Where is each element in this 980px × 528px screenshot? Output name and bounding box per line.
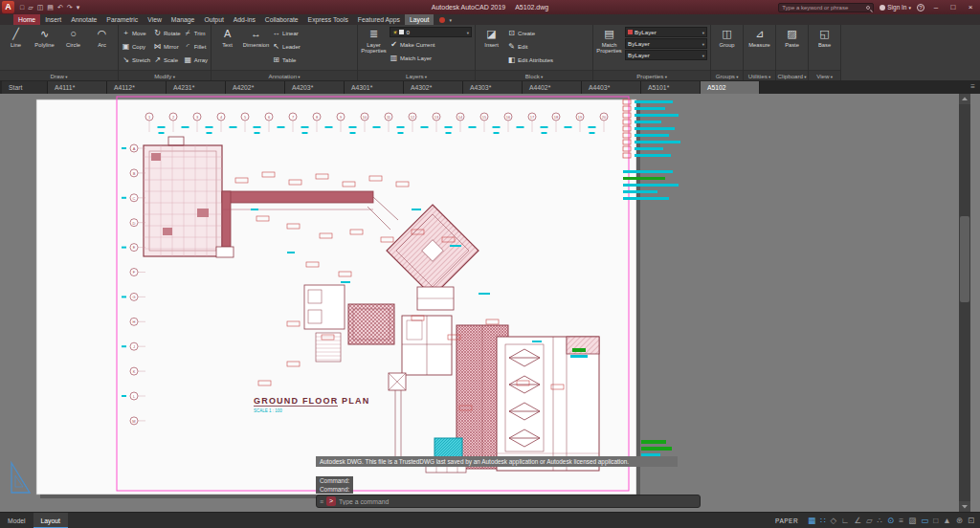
plot-icon[interactable]: ▤ [47, 4, 54, 11]
snap-icon[interactable]: ∷ [820, 516, 825, 525]
panel-label-utilities[interactable]: Utilities [744, 70, 775, 80]
arc-button[interactable]: ◠Arc [89, 27, 115, 70]
copy-button[interactable]: ▣Copy [122, 40, 150, 53]
text-button[interactable]: AText [214, 27, 240, 70]
command-customize-icon[interactable]: ≡ [320, 498, 323, 505]
file-tab-a4111-[interactable]: A4111* [48, 81, 107, 94]
ribbon-tab-collaborate[interactable]: Collaborate [260, 14, 303, 25]
help-icon[interactable]: ? [917, 4, 924, 11]
polar-tracking-icon[interactable]: ∠ [854, 516, 861, 525]
linear-button[interactable]: ↔Linear [272, 27, 354, 39]
trim-button[interactable]: ⌿Trim [184, 27, 208, 39]
match-layer-button[interactable]: ▥Match Layer [390, 52, 472, 64]
file-tab-menu-icon[interactable]: ≡ [966, 80, 980, 94]
scale-button[interactable]: ↗Scale [153, 54, 181, 66]
table-button[interactable]: ⊞Table [272, 54, 354, 66]
file-tab-a5101-[interactable]: A5101* [641, 81, 701, 94]
drawing-canvas[interactable]: 1234567891011121314151617181920 ABCDEFGH… [0, 94, 980, 512]
properties-combo[interactable]: ByLayer [625, 27, 707, 37]
line-button[interactable]: ╱Line [3, 27, 29, 70]
paper-space-indicator[interactable]: PAPER [771, 517, 802, 524]
panel-label-modify[interactable]: Modify [119, 70, 211, 80]
drawing-viewport[interactable]: 1234567891011121314151617181920 ABCDEFGH… [0, 94, 980, 512]
isodraft-icon[interactable]: ▱ [866, 516, 873, 525]
vertical-scrollbar[interactable] [959, 94, 970, 512]
dynamic-input-icon[interactable]: ▭ [921, 516, 928, 525]
rotate-button[interactable]: ↻Rotate [153, 27, 181, 39]
undo-icon[interactable]: ↶ [57, 4, 63, 11]
fillet-button[interactable]: ◜Fillet [184, 40, 208, 53]
search-icon[interactable] [866, 6, 870, 10]
ribbon-options-icon[interactable] [449, 14, 452, 25]
file-tab-a4402-[interactable]: A4402* [523, 81, 582, 94]
stretch-button[interactable]: ↘Stretch [122, 54, 150, 66]
ribbon-tab-manage[interactable]: Manage [167, 14, 200, 25]
file-tab-a4231-[interactable]: A4231* [167, 81, 226, 94]
edit-attributes-button[interactable]: ◧Edit Attributes [507, 54, 590, 66]
redo-icon[interactable]: ↷ [67, 4, 73, 11]
ribbon-tab-express-tools[interactable]: Express Tools [303, 14, 353, 25]
ribbon-tab-parametric[interactable]: Parametric [101, 14, 143, 25]
search-box[interactable]: Type a keyword or phrase [778, 3, 874, 12]
dimension-button[interactable]: ↔Dimension [243, 27, 269, 70]
command-input[interactable] [339, 498, 697, 505]
panel-label-block[interactable]: Block [476, 70, 592, 80]
ribbon-tab-annotate[interactable]: Annotate [66, 14, 101, 25]
object-snap-tracking-icon[interactable]: ∴ [878, 516, 882, 525]
insert-button[interactable]: ◪Insert [479, 27, 504, 70]
measure-button[interactable]: ⊿Measure [746, 27, 772, 70]
file-tab-a4112-[interactable]: A4112* [107, 81, 167, 94]
annotation-scale-icon[interactable]: ▲ [943, 516, 950, 525]
workspace-icon[interactable]: ⊛ [956, 516, 963, 525]
create-button[interactable]: ⊡Create [507, 27, 590, 39]
panel-label-layers[interactable]: Layers [358, 70, 475, 80]
open-icon[interactable]: ▱ [28, 4, 33, 11]
qat-dropdown-icon[interactable]: ▾ [77, 4, 80, 11]
file-tab-a4203-[interactable]: A4203* [285, 81, 345, 94]
autocad-logo-icon[interactable]: A [2, 1, 14, 13]
panel-label-properties[interactable]: Properties [593, 70, 710, 80]
file-tab-start[interactable]: Start [2, 81, 48, 94]
group-button[interactable]: ◫Group [714, 27, 740, 70]
panel-label-groups[interactable]: Groups [711, 70, 743, 80]
close-button[interactable]: × [965, 3, 976, 11]
polyline-button[interactable]: ∿Polyline [32, 27, 57, 70]
file-tab-a4302-[interactable]: A4302* [404, 81, 463, 94]
ribbon-tab-layout[interactable]: Layout [405, 14, 434, 25]
layout-tab[interactable]: Layout [33, 513, 68, 528]
leader-button[interactable]: ↖Leader [272, 40, 354, 53]
circle-button[interactable]: ○Circle [60, 27, 86, 70]
model-tab[interactable]: Model [0, 513, 33, 528]
sign-in-button[interactable]: Sign In [880, 4, 911, 11]
selection-cycling-icon[interactable]: □ [933, 516, 938, 525]
file-tab-a5102[interactable]: A5102 [701, 81, 760, 94]
ortho-icon[interactable]: ∟ [841, 516, 849, 525]
fullscreen-icon[interactable]: ⊡ [968, 516, 974, 525]
edit-button[interactable]: ✎Edit [507, 40, 590, 53]
paste-button[interactable]: ▨Paste [779, 27, 805, 70]
ribbon-tab-insert[interactable]: Insert [40, 14, 66, 25]
minimize-button[interactable]: – [930, 3, 942, 11]
save-icon[interactable]: ◫ [37, 4, 44, 11]
array-button[interactable]: ▦Array [184, 54, 208, 66]
ribbon-tab-add-ins[interactable]: Add-ins [229, 14, 260, 25]
maximize-button[interactable]: □ [947, 3, 959, 11]
move-button[interactable]: +Move [122, 27, 150, 39]
command-bar[interactable]: ≡ > [316, 495, 701, 508]
file-tab-a4202-[interactable]: A4202* [226, 81, 285, 94]
match-properties-button[interactable]: ▤Match Properties [596, 27, 622, 70]
file-tab-a4403-[interactable]: A4403* [582, 81, 641, 94]
panel-label-draw[interactable]: Draw [0, 70, 118, 80]
ribbon-tab-featured-apps[interactable]: Featured Apps [353, 14, 405, 25]
panel-label-annotation[interactable]: Annotation [212, 70, 357, 80]
base-button[interactable]: ◱Base [812, 27, 837, 70]
ribbon-tab-output[interactable]: Output [199, 14, 228, 25]
panel-label-view[interactable]: View [809, 70, 840, 80]
file-tab-a4301-[interactable]: A4301* [345, 81, 404, 94]
file-tab-a4303-[interactable]: A4303* [463, 81, 523, 94]
panel-label-clipboard[interactable]: Clipboard [776, 70, 808, 80]
new-icon[interactable]: □ [20, 4, 24, 11]
properties-combo[interactable]: ByLayer [625, 38, 707, 49]
ribbon-tab-home[interactable]: Home [13, 14, 40, 25]
properties-combo[interactable]: ByLayer [625, 50, 707, 60]
